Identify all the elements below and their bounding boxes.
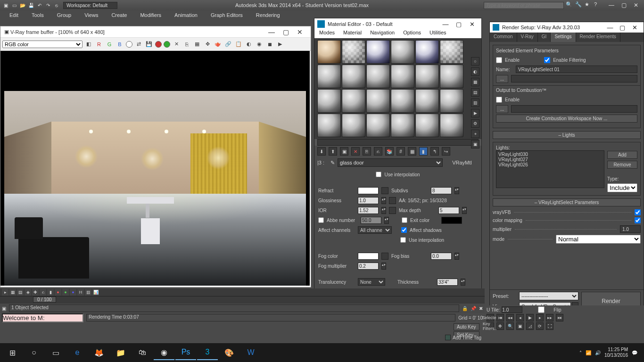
start-button[interactable]: ⊞ <box>2 345 23 360</box>
coord-x-icon[interactable]: ✖ <box>479 306 483 311</box>
mat-menu-navigation[interactable]: Navigation <box>370 30 395 38</box>
mat-slot[interactable] <box>366 65 390 88</box>
create-combustion-ws[interactable]: Create Combustion Workspace Now ... <box>496 115 637 123</box>
goto-end-icon[interactable]: ⏭ <box>556 314 563 321</box>
mono-icon[interactable] <box>126 41 132 48</box>
app-icon[interactable]: ▣ <box>2 1 9 9</box>
orbit-icon[interactable]: ⟳ <box>536 322 544 330</box>
rs-maximize[interactable]: ▢ <box>616 24 628 31</box>
lights-list[interactable]: VRayLight030 VRayLight027 VRayLight026 <box>496 150 604 188</box>
menu-tools[interactable]: Tools <box>32 12 44 18</box>
star-icon[interactable]: ★ <box>585 1 592 9</box>
lights-rollout[interactable]: – Lights <box>493 131 641 139</box>
fog-color[interactable] <box>358 253 379 260</box>
preset-select[interactable]: ----------------- <box>519 292 578 300</box>
mat-slot[interactable] <box>317 40 341 64</box>
affect-channels[interactable]: All channe <box>358 226 392 234</box>
menu-group[interactable]: Group <box>57 12 72 18</box>
menu-edit[interactable]: Edit <box>9 12 18 18</box>
maximize-vp-icon[interactable]: ⛶ <box>546 322 553 330</box>
mat-menu-options[interactable]: Options <box>403 30 421 38</box>
vrayvfb-cb[interactable] <box>635 209 641 215</box>
play-icon[interactable]: ▶ <box>526 314 534 321</box>
rs-close[interactable]: ✕ <box>628 24 641 31</box>
autokey-button[interactable]: Auto Key <box>454 323 479 330</box>
mat-slot[interactable] <box>342 89 365 113</box>
mat-slot[interactable] <box>415 65 439 88</box>
mat-slot[interactable] <box>391 114 414 137</box>
maximize-button[interactable]: ▢ <box>618 0 630 10</box>
add-time-tag[interactable]: Add Time Tag <box>445 335 481 340</box>
rs-titlebar[interactable]: Render Setup: V-Ray Adv 3.20.03 — ▢ ✕ <box>490 22 644 33</box>
selected-combo[interactable]: Selected <box>487 314 494 321</box>
tab-common[interactable]: Common <box>490 33 517 42</box>
history-icon[interactable]: 📋 <box>234 40 243 49</box>
pin-icon[interactable]: 📌 <box>471 306 476 311</box>
next-key-icon[interactable]: ▸▸ <box>546 314 553 321</box>
viewcube-icon[interactable]: ▣ <box>2 306 6 311</box>
taskview-icon[interactable]: ▭ <box>45 345 66 360</box>
mat-slot[interactable] <box>440 65 463 88</box>
clock[interactable]: 11:25 PM10/13/2016 <box>604 347 628 358</box>
close-button[interactable]: ✕ <box>630 0 642 10</box>
notifications-icon[interactable]: 💬 <box>632 350 637 355</box>
make-copy-icon[interactable]: ⎘ <box>363 147 371 156</box>
mat-slot[interactable] <box>440 89 463 113</box>
save-icon[interactable]: 💾 <box>145 40 153 49</box>
track-mouse-icon[interactable]: ✥ <box>203 40 212 49</box>
menu-grapheditors[interactable]: Graph Editors <box>211 12 243 18</box>
tab-render-elements[interactable]: Render Elements <box>576 33 620 42</box>
green-channel[interactable]: G <box>105 40 114 49</box>
mat-hscroll[interactable] <box>317 139 479 146</box>
list-item[interactable]: VRayLight030 <box>498 152 602 157</box>
maxscript-listener[interactable] <box>2 313 83 322</box>
pan-icon[interactable]: ✥ <box>496 322 504 330</box>
video-check-icon[interactable]: ▥ <box>471 99 479 107</box>
abbe-input[interactable] <box>361 217 381 224</box>
enable-cb[interactable] <box>496 57 502 63</box>
fogmult-input[interactable] <box>358 263 379 270</box>
edge-icon[interactable]: e <box>67 345 88 360</box>
clear-icon[interactable]: ✕ <box>172 40 181 49</box>
tab-vray[interactable]: V-Ray <box>517 33 538 42</box>
key-icon[interactable]: 🔧 <box>575 1 583 9</box>
color-correct-icon[interactable]: ◐ <box>245 40 253 49</box>
zoom-icon[interactable]: 🔍 <box>506 322 514 330</box>
word-icon[interactable]: W <box>240 345 261 360</box>
mat-slot[interactable] <box>440 114 463 137</box>
thickness-input[interactable] <box>437 279 458 286</box>
3dsmax-icon[interactable]: 3 <box>197 345 218 360</box>
keyfilters-button[interactable]: Key Filters... <box>487 322 494 330</box>
mat-slot[interactable] <box>415 40 439 64</box>
sample-type-icon[interactable]: ○ <box>471 57 479 66</box>
use-interpolation-cb[interactable] <box>376 172 381 177</box>
firefox-icon[interactable]: 🦊 <box>89 345 109 360</box>
gloss-input[interactable] <box>358 197 379 204</box>
menu-modifiers[interactable]: Modifiers <box>140 12 161 18</box>
zoom-ext-icon[interactable]: ▣ <box>516 322 524 330</box>
mat-id-icon[interactable]: # <box>396 147 405 156</box>
mat-slot[interactable] <box>366 89 390 113</box>
mat-titlebar[interactable]: Material Editor - 03 - Default — ▢ ✕ <box>314 18 481 30</box>
menu-rendering[interactable]: Rendering <box>256 12 280 18</box>
mat-slot[interactable] <box>366 40 390 64</box>
enable-filter-cb[interactable] <box>544 57 550 63</box>
remove-light-button[interactable]: Remove <box>607 161 637 169</box>
mat-minimize[interactable]: — <box>439 21 452 28</box>
background-icon[interactable]: ▦ <box>471 78 479 86</box>
tray-up-icon[interactable]: ˄ <box>579 350 582 355</box>
mat-type-button[interactable]: VRayMtl <box>446 160 479 165</box>
fogbias-input[interactable] <box>431 253 452 260</box>
cortana-icon[interactable]: ○ <box>24 345 44 360</box>
mat-slot[interactable] <box>317 89 341 113</box>
utile-input[interactable] <box>502 306 522 313</box>
abbe-cb[interactable] <box>318 217 324 223</box>
chrome-icon[interactable]: ◉ <box>154 345 174 360</box>
mat-menu-utilities[interactable]: Utilities <box>429 30 446 38</box>
play-icon[interactable]: ▶ <box>276 40 284 49</box>
tab-settings[interactable]: Settings <box>551 33 576 42</box>
time-ruler[interactable]: 0 / 100 <box>0 296 485 304</box>
help-icon[interactable]: ? <box>594 1 602 9</box>
put-to-lib-icon[interactable]: 📚 <box>385 147 394 156</box>
preview-icon[interactable]: ▶ <box>471 109 479 117</box>
